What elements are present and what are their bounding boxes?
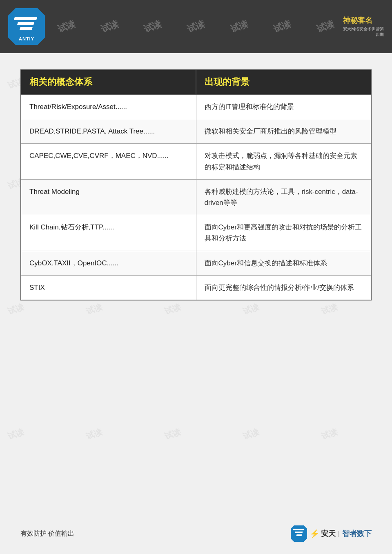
footer-left-text: 有效防护 价值输出 (20, 530, 74, 538)
header-right: 神秘客名 安天网络安全冬训营第四期 (343, 14, 384, 39)
table-row: STIX 面向更完整的综合性的情报分析/作业/交换的体系 (21, 275, 371, 300)
row3-left: CAPEC,CWE,CVE,CVRF，MAEC，NVD...... (21, 144, 196, 179)
row6-left: CybOX,TAXII，OpenIOC...... (21, 251, 196, 275)
logo: ANTIY (8, 8, 45, 45)
footer-divider: | (338, 530, 340, 537)
footer-logo-line-1 (293, 529, 304, 530)
footer-logo-icon (291, 525, 307, 542)
row7-left: STIX (21, 275, 196, 300)
row1-left: Threat/Risk/Exposure/Asset...... (21, 94, 196, 119)
row6-right: 面向Cyber和信息交换的描述和标准体系 (196, 251, 371, 275)
body-wm-19: 试读 (242, 426, 261, 442)
col1-header: 相关的概念体系 (21, 70, 196, 94)
body-wm-18: 试读 (163, 426, 183, 442)
logo-lines (14, 12, 39, 35)
footer-logo-line-2 (294, 532, 303, 533)
row5-left: Kill Chain,钻石分析,TTP...... (21, 215, 196, 251)
data-table: 相关的概念体系 出现的背景 Threat/Risk/Exposure/Asset… (20, 69, 372, 300)
header-wm-1: 试读 (56, 18, 77, 35)
brand-logo-right: 神秘客名 安天网络安全冬训营第四期 (343, 14, 384, 39)
footer-brand-name: 安天 (321, 529, 336, 538)
lightning-icon: ⚡ (310, 529, 320, 538)
table-row: Threat Modeling 各种威胁建模的方法论，工具，risk-centr… (21, 179, 371, 215)
table-row: DREAD,STRIDE,PASTA, Attack Tree...... 微软… (21, 119, 371, 144)
row4-left: Threat Modeling (21, 179, 196, 215)
table-row: CAPEC,CWE,CVE,CVRF，MAEC，NVD...... 对攻击模式，… (21, 144, 371, 179)
row7-right: 面向更完整的综合性的情报分析/作业/交换的体系 (196, 275, 371, 300)
footer-brand-slogan: 智者数下 (342, 529, 372, 538)
row3-right: 对攻击模式，脆弱点，漏洞等各种基础的安全元素的标定和描述结构 (196, 144, 371, 179)
table-row: Threat/Risk/Exposure/Asset...... 西方的IT管理… (21, 94, 371, 119)
table-row: CybOX,TAXII，OpenIOC...... 面向Cyber和信息交换的描… (21, 251, 371, 275)
header-wm-2: 试读 (99, 18, 120, 35)
footer-logo-inner (293, 529, 305, 539)
logo-line-3 (20, 27, 33, 30)
row2-right: 微软和相关安全厂商所推出的风险管理模型 (196, 119, 371, 144)
table-header-row: 相关的概念体系 出现的背景 (21, 70, 371, 94)
header-wm-3: 试读 (142, 18, 163, 35)
col2-header: 出现的背景 (196, 70, 371, 94)
footer: 有效防护 价值输出 ⚡ 安天 | 智者数下 (20, 525, 372, 542)
table-row: Kill Chain,钻石分析,TTP...... 面向Cyber和更高强度的攻… (21, 215, 371, 251)
row2-left: DREAD,STRIDE,PASTA, Attack Tree...... (21, 119, 196, 144)
body-wm-20: 试读 (320, 426, 339, 442)
body-wm-17: 试读 (85, 426, 104, 442)
logo-line-1 (14, 17, 37, 20)
row1-right: 西方的IT管理和标准化的背景 (196, 94, 371, 119)
header-wm-5: 试读 (229, 18, 250, 35)
header-watermarks: 试读 试读 试读 试读 试读 试读 试读 (0, 0, 392, 53)
logo-text: ANTIY (19, 36, 34, 41)
brand-text: 神秘客名 (343, 16, 384, 25)
header-wm-7: 试读 (315, 18, 336, 35)
row4-right: 各种威胁建模的方法论，工具，risk-centric，data-driven等等 (196, 179, 371, 215)
header-wm-6: 试读 (272, 18, 293, 35)
footer-right: ⚡ 安天 | 智者数下 (291, 525, 372, 542)
row5-right: 面向Cyber和更高强度的攻击和对抗的场景的分析工具和分析方法 (196, 215, 371, 251)
body-wm-16: 试读 (7, 426, 26, 442)
header-wm-4: 试读 (185, 18, 207, 35)
logo-line-2 (17, 22, 34, 25)
header: ANTIY 试读 试读 试读 试读 试读 试读 试读 神秘客名 安天网络安全冬训… (0, 0, 392, 53)
main-content: 相关的概念体系 出现的背景 Threat/Risk/Exposure/Asset… (0, 53, 392, 309)
brand-subtitle: 安天网络安全冬训营第四期 (343, 26, 384, 38)
footer-logo-line-3 (296, 534, 302, 536)
